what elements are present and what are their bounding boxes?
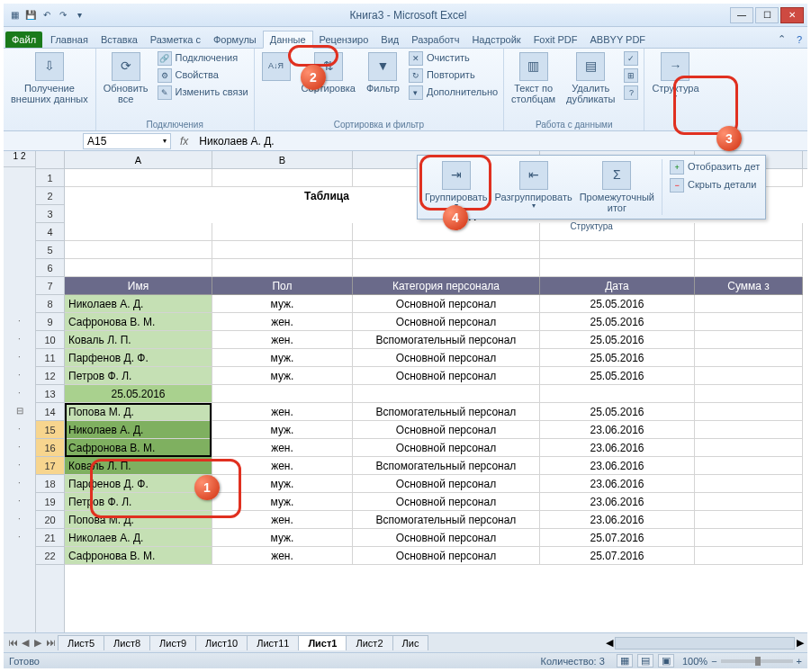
- minus-icon: −: [670, 178, 684, 193]
- badge-1: 1: [194, 475, 220, 500]
- tab-abbyy[interactable]: ABBYY PDF: [584, 31, 653, 48]
- group-icon: ⇥: [442, 161, 471, 190]
- refresh-all-button[interactable]: ⟳ Обновить все: [100, 50, 152, 106]
- data-validation-button[interactable]: ✓: [622, 50, 640, 67]
- formula-input[interactable]: Николаев А. Д.: [195, 135, 807, 148]
- tab-layout[interactable]: Разметка с: [144, 31, 207, 48]
- tab-addins[interactable]: Надстройк: [465, 31, 527, 48]
- tab-view[interactable]: Вид: [374, 31, 405, 48]
- dup-icon: ▤: [576, 52, 605, 81]
- get-external-data-button[interactable]: ⇩ Получение внешних данных: [7, 50, 92, 106]
- view-pagebreak-icon[interactable]: ▣: [658, 654, 674, 668]
- status-bar: Готово Количество: 3 ▦ ▤ ▣ 100% − +: [4, 652, 807, 668]
- help-icon[interactable]: ?: [791, 31, 807, 48]
- horizontal-scrollbar[interactable]: [615, 637, 795, 650]
- edit-links-button[interactable]: ✎Изменить связи: [156, 85, 250, 101]
- row-numbers[interactable]: 12345678910111213141516171819202122: [36, 151, 65, 632]
- properties-button[interactable]: ⚙Свойства: [156, 67, 250, 84]
- ungroup-icon: ⇤: [519, 161, 548, 190]
- tab-foxit[interactable]: Foxit PDF: [527, 31, 584, 48]
- badge-3: 3: [716, 126, 742, 151]
- group-label-sort: Сортировка и фильтр: [258, 119, 500, 130]
- reapply-button[interactable]: ↻Повторить: [407, 67, 500, 84]
- chevron-down-icon[interactable]: ▾: [163, 137, 167, 145]
- sort-az-button[interactable]: A↓Я: [258, 50, 294, 85]
- outline-column[interactable]: 1 2 ·····⊟·······: [4, 151, 36, 632]
- badge-4: 4: [443, 205, 468, 230]
- link-icon: 🔗: [158, 51, 172, 66]
- subtotal-icon: Σ: [602, 161, 631, 190]
- tab-developer[interactable]: Разработч: [405, 31, 465, 48]
- maximize-button[interactable]: ☐: [755, 7, 779, 23]
- zoom-in-icon[interactable]: +: [797, 656, 802, 667]
- advanced-icon: ▾: [409, 85, 423, 100]
- hscroll-left-icon[interactable]: ◀: [606, 637, 613, 649]
- tab-file[interactable]: Файл: [5, 31, 42, 48]
- sheet-nav-first-icon[interactable]: ⏮: [7, 637, 18, 649]
- filter-icon: ▼: [368, 52, 397, 81]
- redo-icon[interactable]: ↷: [56, 8, 70, 22]
- badge-2: 2: [301, 65, 326, 90]
- clear-filter-button[interactable]: ✕Очистить: [407, 50, 500, 67]
- group-label-tools: Работа с данными: [508, 119, 640, 130]
- zoom-level[interactable]: 100%: [682, 656, 707, 667]
- structure-dropdown: ⇥ Группировать ▾ ⇤ Разгруппировать ▾ Σ П…: [417, 155, 766, 220]
- text-to-columns-button[interactable]: ▥ Текст по столбцам: [508, 50, 559, 106]
- sort-az-icon: A↓Я: [262, 52, 291, 81]
- tab-formulas[interactable]: Формулы: [207, 31, 263, 48]
- show-detail-button[interactable]: +Отобразить дет: [668, 159, 761, 175]
- structure-icon: →: [661, 52, 689, 81]
- fx-icon[interactable]: fx: [173, 135, 195, 148]
- undo-icon[interactable]: ↶: [40, 8, 54, 22]
- sheet-tab[interactable]: Лист2: [346, 635, 392, 650]
- save-icon[interactable]: 💾: [23, 8, 38, 22]
- clear-icon: ✕: [409, 51, 423, 66]
- sheet-nav-next-icon[interactable]: ▶: [32, 637, 43, 649]
- chevron-down-icon: ▾: [673, 94, 677, 102]
- sheet-nav-last-icon[interactable]: ⏭: [45, 637, 56, 649]
- sheet-tab[interactable]: Лист8: [104, 635, 150, 650]
- sheet-tab[interactable]: Лист5: [58, 635, 104, 650]
- status-count: Количество: 3: [541, 656, 605, 667]
- tab-home[interactable]: Главная: [44, 31, 95, 48]
- outline-group-label: Структура: [418, 221, 765, 231]
- quick-access-toolbar: ▦ 💾 ↶ ↷ ▾: [7, 8, 86, 22]
- ribbon-minimize-icon[interactable]: ⌃: [772, 31, 791, 48]
- view-layout-icon[interactable]: ▤: [637, 654, 653, 668]
- filter-button[interactable]: ▼ Фильтр: [363, 50, 403, 95]
- name-box[interactable]: A15▾: [83, 133, 171, 149]
- hscroll-right-icon[interactable]: ▶: [797, 637, 804, 649]
- zoom-out-icon[interactable]: −: [711, 656, 716, 667]
- minimize-button[interactable]: —: [730, 7, 753, 23]
- chevron-down-icon: ▾: [532, 202, 536, 211]
- ungroup-button[interactable]: ⇤ Разгруппировать ▾: [491, 159, 576, 215]
- status-ready: Готово: [9, 656, 40, 667]
- ribbon-tabs: Файл Главная Вставка Разметка с Формулы …: [4, 27, 807, 49]
- reapply-icon: ↻: [409, 68, 423, 83]
- tab-review[interactable]: Рецензиро: [313, 31, 375, 48]
- close-button[interactable]: ✕: [780, 7, 804, 23]
- sheet-tab[interactable]: Лис: [392, 635, 429, 650]
- tab-insert[interactable]: Вставка: [95, 31, 144, 48]
- view-normal-icon[interactable]: ▦: [617, 654, 633, 668]
- text-cols-icon: ▥: [519, 52, 548, 81]
- edit-links-icon: ✎: [158, 85, 172, 100]
- sheet-tab[interactable]: Лист10: [195, 635, 248, 650]
- consolidate-button[interactable]: ⊞: [622, 67, 640, 84]
- hide-detail-button[interactable]: −Скрыть детали: [668, 177, 761, 193]
- structure-button[interactable]: → Структура ▾: [648, 50, 702, 103]
- properties-icon: ⚙: [158, 68, 172, 83]
- subtotal-button[interactable]: Σ Промежуточный итог: [576, 159, 658, 215]
- whatif-button[interactable]: ?: [622, 85, 640, 101]
- sheet-tab[interactable]: Лист9: [149, 635, 196, 650]
- validation-icon: ✓: [624, 51, 638, 66]
- sheet-tab[interactable]: Лист11: [247, 635, 299, 650]
- advanced-filter-button[interactable]: ▾Дополнительно: [407, 85, 500, 101]
- connections-button[interactable]: 🔗Подключения: [156, 50, 250, 67]
- tab-data[interactable]: Данные: [263, 31, 313, 49]
- qat-more-icon[interactable]: ▾: [72, 8, 86, 22]
- remove-duplicates-button[interactable]: ▤ Удалить дубликаты: [563, 50, 618, 106]
- zoom-slider[interactable]: [721, 659, 793, 663]
- sheet-nav-prev-icon[interactable]: ◀: [20, 637, 31, 649]
- sheet-tab[interactable]: Лист1: [298, 635, 347, 650]
